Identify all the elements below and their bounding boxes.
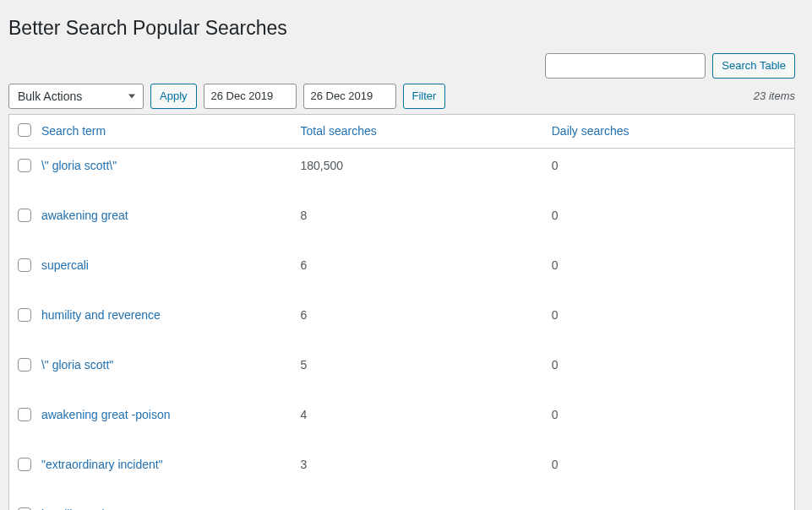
cell-total: 180,500 <box>292 149 542 198</box>
row-checkbox[interactable] <box>18 159 31 172</box>
cell-daily: 0 <box>543 348 794 398</box>
cell-total: 4 <box>292 398 542 448</box>
table-row: \" gloria scott\"180,5000 <box>9 149 794 198</box>
cell-daily: 0 <box>543 448 794 497</box>
search-term-link[interactable]: \" gloria scott" <box>41 358 113 372</box>
table-row: \" gloria scott"50 <box>9 348 794 398</box>
col-header-total[interactable]: Total searches <box>292 115 542 149</box>
cell-term: \" gloria scott\" <box>33 149 292 198</box>
row-check-cell <box>9 348 33 398</box>
search-term-link[interactable]: supercali <box>41 258 89 272</box>
cell-total: 8 <box>292 198 542 248</box>
table-row: "extraordinary incident"30 <box>9 448 794 497</box>
col-header-term[interactable]: Search term <box>33 115 292 149</box>
row-checkbox[interactable] <box>18 408 31 421</box>
row-check-cell <box>9 448 33 497</box>
cell-daily: 0 <box>543 198 794 248</box>
filter-button[interactable]: Filter <box>403 84 446 109</box>
cell-term: awakening great -poison <box>33 398 292 448</box>
col-header-daily[interactable]: Daily searches <box>543 115 794 149</box>
search-box: Search Table <box>8 53 795 79</box>
search-input[interactable] <box>545 53 706 79</box>
search-term-link[interactable]: \" gloria scott\" <box>41 159 117 172</box>
table-row: awakening great -poison40 <box>9 398 794 448</box>
cell-term: humility and reverence <box>33 298 292 348</box>
page-title: Better Search Popular Searches <box>8 8 795 45</box>
row-check-cell <box>9 248 33 298</box>
apply-button[interactable]: Apply <box>150 84 197 109</box>
cell-total: 3 <box>292 497 542 510</box>
cell-total: 6 <box>292 248 542 298</box>
row-check-cell <box>9 298 33 348</box>
actions-bar: Bulk Actions Apply Filter <box>8 84 445 109</box>
row-checkbox[interactable] <box>18 258 31 272</box>
cell-term: humility and reverence <box>33 497 292 510</box>
search-term-link[interactable]: awakening great <box>41 209 128 222</box>
row-checkbox[interactable] <box>18 209 31 222</box>
table-row: humility and reverence30 <box>9 497 794 510</box>
items-count: 23 items <box>754 90 795 102</box>
date-from-input[interactable] <box>204 84 297 109</box>
table-row: awakening great80 <box>9 198 794 248</box>
cell-daily: 0 <box>543 398 794 448</box>
cell-term: \" gloria scott" <box>33 348 292 398</box>
search-term-link[interactable]: "extraordinary incident" <box>41 458 163 471</box>
row-checkbox[interactable] <box>18 458 31 471</box>
row-checkbox[interactable] <box>18 358 31 372</box>
bulk-actions-select[interactable]: Bulk Actions <box>8 84 144 109</box>
tablenav-top: Bulk Actions Apply Filter 23 items <box>8 84 795 109</box>
date-to-input[interactable] <box>303 84 396 109</box>
cell-total: 3 <box>292 448 542 497</box>
cell-daily: 0 <box>543 298 794 348</box>
cell-daily: 0 <box>543 248 794 298</box>
search-table-button[interactable]: Search Table <box>712 53 795 79</box>
select-all-checkbox[interactable] <box>18 123 31 137</box>
cell-daily: 0 <box>543 149 794 198</box>
row-check-cell <box>9 149 33 198</box>
search-term-link[interactable]: awakening great -poison <box>41 408 171 421</box>
row-checkbox[interactable] <box>18 308 31 322</box>
table-row: humility and reverence60 <box>9 298 794 348</box>
cell-term: supercali <box>33 248 292 298</box>
searches-table: Search term Total searches Daily searche… <box>8 114 795 510</box>
row-check-cell <box>9 497 33 510</box>
cell-total: 6 <box>292 298 542 348</box>
cell-term: awakening great <box>33 198 292 248</box>
search-term-link[interactable]: humility and reverence <box>41 308 161 322</box>
cell-daily: 0 <box>543 497 794 510</box>
cell-total: 5 <box>292 348 542 398</box>
row-check-cell <box>9 198 33 248</box>
cell-term: "extraordinary incident" <box>33 448 292 497</box>
select-all-header <box>9 115 33 149</box>
row-check-cell <box>9 398 33 448</box>
table-row: supercali60 <box>9 248 794 298</box>
